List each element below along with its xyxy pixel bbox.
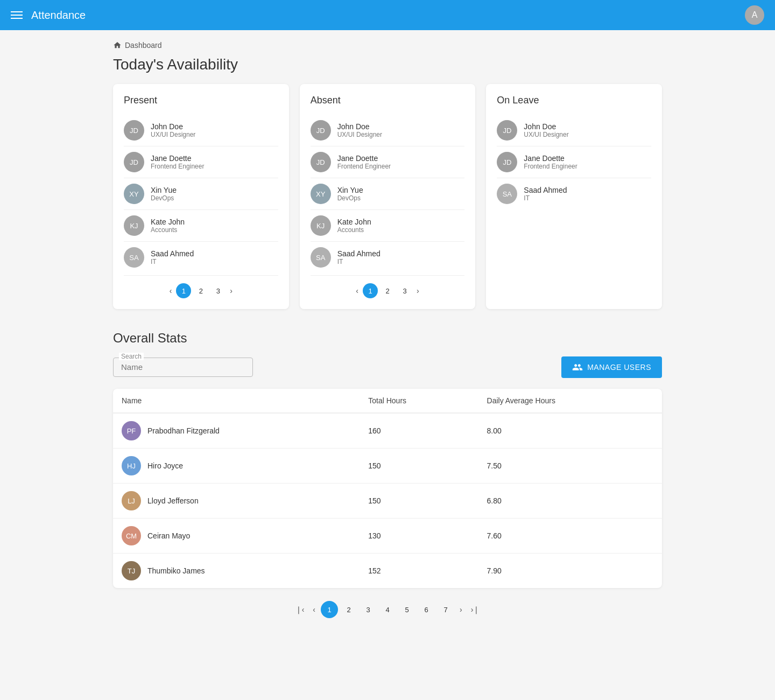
- menu-icon[interactable]: [11, 11, 23, 19]
- on-leave-title: On Leave: [497, 95, 651, 106]
- user-name: Thumbiko James: [147, 566, 205, 575]
- prev-page-button[interactable]: ‹: [309, 603, 319, 616]
- total-hours: 150: [360, 484, 478, 519]
- app-header: Attendance A: [0, 0, 775, 30]
- present-list: JD John Doe UX/UI Designer JD Jane Doett…: [124, 115, 278, 273]
- present-card: Present JD John Doe UX/UI Designer JD Ja…: [113, 84, 289, 309]
- prev-page-button[interactable]: ‹: [167, 284, 174, 297]
- user-name: Lloyd Jefferson: [147, 496, 199, 505]
- daily-avg-hours: 7.60: [478, 519, 662, 554]
- user-avatar-img: PF: [122, 421, 141, 440]
- avatar: JD: [497, 152, 517, 172]
- present-title: Present: [124, 95, 278, 106]
- absent-title: Absent: [311, 95, 465, 106]
- avatar: JD: [124, 152, 144, 172]
- breadcrumb: Dashboard: [113, 41, 662, 50]
- total-hours: 160: [360, 413, 478, 449]
- avatar: JD: [311, 152, 331, 172]
- app-title: Attendance: [31, 9, 86, 22]
- page-3-button[interactable]: 3: [210, 283, 226, 298]
- list-item: JD Jane Doette Frontend Engineer: [497, 146, 651, 178]
- stats-table: Name Total Hours Daily Average Hours PF …: [113, 389, 662, 588]
- bottom-pagination: ❘‹ ‹ 1 2 3 4 5 6 7 › ›❘: [113, 588, 662, 622]
- stats-title: Overall Stats: [113, 331, 662, 346]
- list-item: JD Jane Doette Frontend Engineer: [124, 146, 278, 178]
- next-page-button[interactable]: ›: [456, 603, 466, 616]
- absent-card: Absent JD John Doe UX/UI Designer JD Jan…: [300, 84, 476, 309]
- search-field-container: Search: [113, 358, 253, 377]
- manage-users-icon: [572, 362, 583, 373]
- user-cell: LJ Lloyd Jefferson: [122, 491, 351, 510]
- table-row: PF Prabodhan Fitzgerald 160 8.00: [113, 413, 662, 449]
- present-pagination: ‹ 1 2 3 ›: [124, 275, 278, 298]
- user-avatar-img: TJ: [122, 561, 141, 580]
- list-item: KJ Kate John Accounts: [124, 210, 278, 242]
- user-avatar-img: HJ: [122, 456, 141, 475]
- table-row: LJ Lloyd Jefferson 150 6.80: [113, 484, 662, 519]
- total-hours: 150: [360, 449, 478, 484]
- avatar: SA: [311, 247, 331, 268]
- search-input[interactable]: [121, 362, 245, 372]
- next-page-button[interactable]: ›: [228, 284, 235, 297]
- page-5-button[interactable]: 5: [398, 601, 415, 618]
- page-1-button[interactable]: 1: [363, 283, 378, 298]
- avatar: SA: [124, 247, 144, 268]
- user-name: Hiro Joyce: [147, 461, 183, 470]
- page-3-button[interactable]: 3: [397, 283, 412, 298]
- daily-avg-hours: 6.80: [478, 484, 662, 519]
- avatar: XY: [311, 184, 331, 204]
- page-7-button[interactable]: 7: [437, 601, 454, 618]
- page-2-button[interactable]: 2: [193, 283, 208, 298]
- page-6-button[interactable]: 6: [418, 601, 435, 618]
- list-item: XY Xin Yue DevOps: [124, 178, 278, 210]
- user-avatar-img: CM: [122, 526, 141, 545]
- availability-section: Present JD John Doe UX/UI Designer JD Ja…: [113, 84, 662, 309]
- user-avatar-img: LJ: [122, 491, 141, 510]
- user-cell: TJ Thumbiko James: [122, 561, 351, 580]
- user-name: Ceiran Mayo: [147, 531, 190, 540]
- daily-avg-hours: 7.90: [478, 554, 662, 589]
- search-label: Search: [119, 353, 144, 360]
- page-2-button[interactable]: 2: [340, 601, 357, 618]
- manage-users-button[interactable]: MANAGE USERS: [561, 356, 662, 378]
- page-1-button[interactable]: 1: [176, 283, 191, 298]
- page-3-button[interactable]: 3: [360, 601, 377, 618]
- total-hours: 152: [360, 554, 478, 589]
- list-item: JD John Doe UX/UI Designer: [497, 115, 651, 146]
- table-row: HJ Hiro Joyce 150 7.50: [113, 449, 662, 484]
- total-hours: 130: [360, 519, 478, 554]
- avatar: KJ: [311, 215, 331, 236]
- last-page-button[interactable]: ›❘: [468, 603, 483, 616]
- page-title: Today's Availability: [113, 56, 662, 73]
- user-cell: PF Prabodhan Fitzgerald: [122, 421, 351, 440]
- avatar: KJ: [124, 215, 144, 236]
- user-cell: CM Ceiran Mayo: [122, 526, 351, 545]
- user-avatar[interactable]: A: [745, 5, 764, 25]
- next-page-button[interactable]: ›: [414, 284, 421, 297]
- list-item: JD John Doe UX/UI Designer: [311, 115, 465, 146]
- stats-toolbar: Search MANAGE USERS: [113, 356, 662, 378]
- list-item: JD John Doe UX/UI Designer: [124, 115, 278, 146]
- prev-page-button[interactable]: ‹: [354, 284, 361, 297]
- page-1-button[interactable]: 1: [321, 601, 338, 618]
- absent-pagination: ‹ 1 2 3 ›: [311, 275, 465, 298]
- overall-stats-section: Overall Stats Search MANAGE USERS Name T…: [113, 331, 662, 622]
- page-4-button[interactable]: 4: [379, 601, 396, 618]
- list-item: XY Xin Yue DevOps: [311, 178, 465, 210]
- user-cell: HJ Hiro Joyce: [122, 456, 351, 475]
- list-item: SA Saad Ahmed IT: [497, 178, 651, 209]
- col-total-hours: Total Hours: [360, 389, 478, 413]
- on-leave-list: JD John Doe UX/UI Designer JD Jane Doett…: [497, 115, 651, 209]
- first-page-button[interactable]: ❘‹: [292, 603, 308, 616]
- col-daily-avg: Daily Average Hours: [478, 389, 662, 413]
- daily-avg-hours: 8.00: [478, 413, 662, 449]
- daily-avg-hours: 7.50: [478, 449, 662, 484]
- page-2-button[interactable]: 2: [380, 283, 395, 298]
- table-row: CM Ceiran Mayo 130 7.60: [113, 519, 662, 554]
- on-leave-card: On Leave JD John Doe UX/UI Designer JD J…: [486, 84, 662, 309]
- table-row: TJ Thumbiko James 152 7.90: [113, 554, 662, 589]
- list-item: SA Saad Ahmed IT: [311, 242, 465, 273]
- col-name: Name: [113, 389, 360, 413]
- home-icon: [113, 41, 122, 50]
- avatar: JD: [311, 120, 331, 141]
